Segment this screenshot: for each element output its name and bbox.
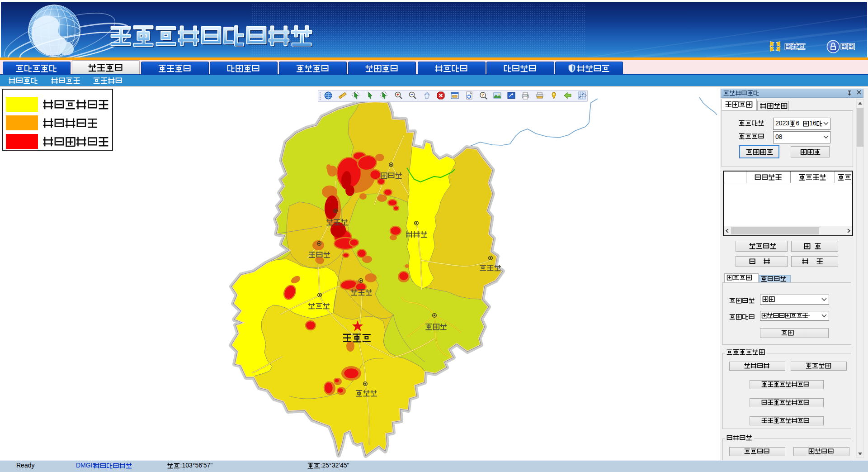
svg-text:2023: 2023 — [775, 119, 789, 127]
svg-text:08: 08 — [775, 133, 783, 140]
svg-text:?: ? — [481, 93, 484, 97]
svg-text:DMGIS: DMGIS — [76, 462, 97, 469]
svg-text:-: - — [808, 311, 810, 319]
svg-text:16: 16 — [809, 119, 816, 127]
svg-text::25°32'45": :25°32'45" — [321, 462, 349, 469]
svg-text:6: 6 — [796, 119, 799, 127]
svg-text::103°56'57": :103°56'57" — [180, 462, 213, 469]
svg-text:Ready: Ready — [16, 462, 34, 469]
